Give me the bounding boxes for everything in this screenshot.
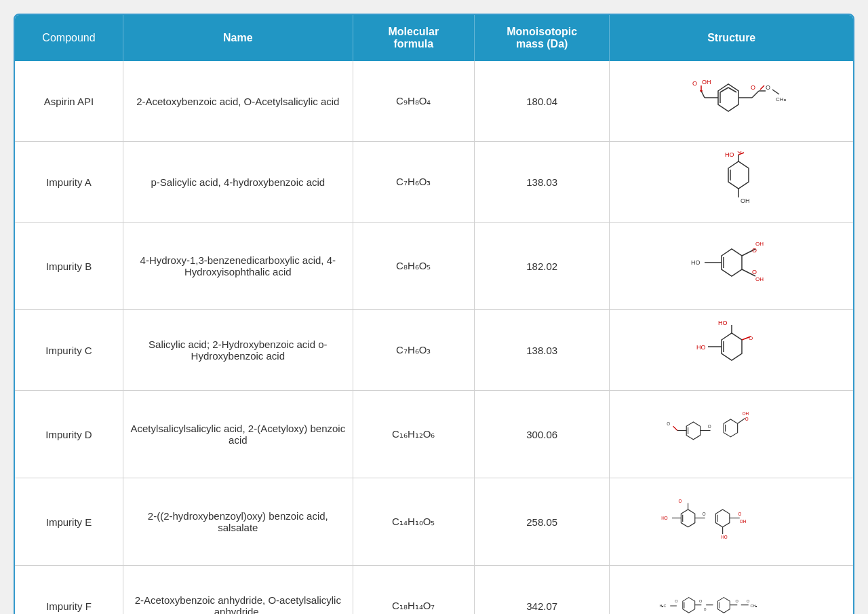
svg-marker-18 <box>728 161 749 189</box>
svg-text:OH: OH <box>739 519 746 524</box>
cell-structure: HO HO O <box>610 310 853 391</box>
svg-text:HO: HO <box>696 344 706 351</box>
svg-marker-74 <box>683 598 695 613</box>
header-name: Name <box>123 15 353 61</box>
cell-mass: 138.03 <box>474 310 609 391</box>
svg-line-16 <box>772 90 779 94</box>
svg-line-11 <box>752 91 759 98</box>
header-structure: Structure <box>610 15 853 61</box>
svg-marker-51 <box>724 419 737 437</box>
svg-text:O: O <box>699 599 703 603</box>
svg-marker-44 <box>686 422 700 440</box>
cell-name: Acetylsalicylsalicylic acid, 2-(Acetylox… <box>123 391 353 478</box>
cell-structure: HO O OH <box>610 142 853 223</box>
table-row: Impurity D Acetylsalicylsalicylic acid, … <box>15 391 853 478</box>
svg-text:OH: OH <box>742 412 749 417</box>
table-row: Impurity B 4-Hydroxy-1,3-benzenedicarbox… <box>15 223 853 310</box>
svg-text:O: O <box>735 599 738 603</box>
table-row: Impurity A p-Salicylic acid, 4-hydroxybe… <box>15 142 853 223</box>
cell-structure: OH O OH O HO <box>610 223 853 310</box>
svg-marker-0 <box>718 84 738 111</box>
compounds-table: Compound Name Molecularformula Monoisoto… <box>15 15 853 614</box>
cell-compound: Impurity E <box>15 478 123 566</box>
cell-structure: H₃C O O O O O CH₃ <box>610 566 853 615</box>
svg-text:O: O <box>703 608 706 611</box>
svg-text:O: O <box>747 599 750 603</box>
svg-text:HO: HO <box>725 151 734 158</box>
structure-image: H₃C O O O O O CH₃ <box>616 575 846 614</box>
cell-formula: C₈H₆O₅ <box>353 223 474 310</box>
cell-mass: 300.06 <box>474 391 609 478</box>
header-compound: Compound <box>15 15 123 61</box>
structure-image: HO O OH <box>616 151 846 212</box>
svg-text:HO: HO <box>718 320 728 326</box>
structure-image: HO O O O OH HO <box>616 488 846 556</box>
structure-image: O OH O O CH₃ <box>616 71 846 132</box>
cell-mass: 180.04 <box>474 61 609 142</box>
cell-structure: O O OH O <box>610 391 853 478</box>
svg-text:O: O <box>702 512 705 516</box>
svg-text:OH: OH <box>755 276 764 282</box>
table-row: Impurity F 2-Acetoxybenzoic anhydride, O… <box>15 566 853 615</box>
cell-formula: C₁₄H₁₀O₅ <box>353 478 474 566</box>
cell-mass: 182.02 <box>474 223 609 310</box>
structure-image: HO HO O <box>616 320 846 381</box>
svg-marker-56 <box>681 510 694 527</box>
cell-name: 4-Hydroxy-1,3-benzenedicarboxylic acid, … <box>123 223 353 310</box>
cell-structure: O OH O O CH₃ <box>610 61 853 142</box>
cell-name: 2-Acetoxybenzoic anhydride, O-acetylsali… <box>123 566 353 615</box>
svg-text:O: O <box>675 599 678 603</box>
header-formula: Molecularformula <box>353 15 474 61</box>
svg-text:HO: HO <box>721 535 728 539</box>
svg-line-53 <box>737 418 745 423</box>
svg-text:O: O <box>667 421 670 426</box>
svg-text:O: O <box>751 84 755 91</box>
svg-text:O: O <box>692 80 697 87</box>
svg-marker-64 <box>715 510 729 527</box>
cell-mass: 258.05 <box>474 478 609 566</box>
table-row: Impurity E 2-((2-hydroxybenzoyl)oxy) ben… <box>15 478 853 566</box>
cell-name: 2-Acetoxybenzoic acid, O-Acetylsalicylic… <box>123 61 353 142</box>
cell-compound: Impurity D <box>15 391 123 478</box>
svg-line-5 <box>701 91 705 98</box>
structure-image: OH O OH O HO <box>616 232 846 300</box>
svg-text:OH: OH <box>702 79 711 85</box>
svg-text:O: O <box>737 151 742 154</box>
svg-text:O: O <box>745 417 748 421</box>
svg-text:O: O <box>752 269 757 275</box>
cell-formula: C₉H₈O₄ <box>353 61 474 142</box>
table-row: Aspirin API 2-Acetoxybenzoic acid, O-Ace… <box>15 61 853 142</box>
svg-line-47 <box>673 426 677 430</box>
cell-formula: C₁₆H₁₂O₆ <box>353 391 474 478</box>
svg-text:O: O <box>678 499 682 504</box>
table-header-row: Compound Name Molecularformula Monoisoto… <box>15 15 853 61</box>
header-mass: Monoisotopicmass (Da) <box>474 15 609 61</box>
svg-text:HO: HO <box>691 259 701 266</box>
svg-text:O: O <box>707 424 711 429</box>
svg-text:O: O <box>749 335 753 341</box>
svg-marker-26 <box>722 249 742 276</box>
cell-name: p-Salicylic acid, 4-hydroxybenzoic acid <box>123 142 353 223</box>
svg-marker-36 <box>722 333 742 360</box>
cell-compound: Impurity F <box>15 566 123 615</box>
svg-text:O: O <box>738 512 741 516</box>
cell-formula: C₁₈H₁₄O₇ <box>353 566 474 615</box>
svg-text:O: O <box>752 247 757 254</box>
svg-text:HO: HO <box>661 516 668 520</box>
structure-image: O O OH O <box>616 400 846 468</box>
main-table-wrapper: Compound Name Molecularformula Monoisoto… <box>14 14 854 614</box>
cell-structure: HO O O O OH HO <box>610 478 853 566</box>
svg-text:CH₃: CH₃ <box>750 604 757 608</box>
svg-marker-80 <box>717 598 730 613</box>
svg-text:O: O <box>766 84 770 91</box>
cell-compound: Impurity C <box>15 310 123 391</box>
svg-text:H₃C: H₃C <box>659 604 666 608</box>
cell-compound: Impurity B <box>15 223 123 310</box>
cell-name: Salicylic acid; 2-Hydroxybenzoic acid o-… <box>123 310 353 391</box>
cell-mass: 138.03 <box>474 142 609 223</box>
svg-text:OH: OH <box>741 197 750 204</box>
cell-formula: C₇H₆O₃ <box>353 310 474 391</box>
cell-name: 2-((2-hydroxybenzoyl)oxy) benzoic acid, … <box>123 478 353 566</box>
table-row: Impurity C Salicylic acid; 2-Hydroxybenz… <box>15 310 853 391</box>
svg-text:OH: OH <box>755 241 764 247</box>
